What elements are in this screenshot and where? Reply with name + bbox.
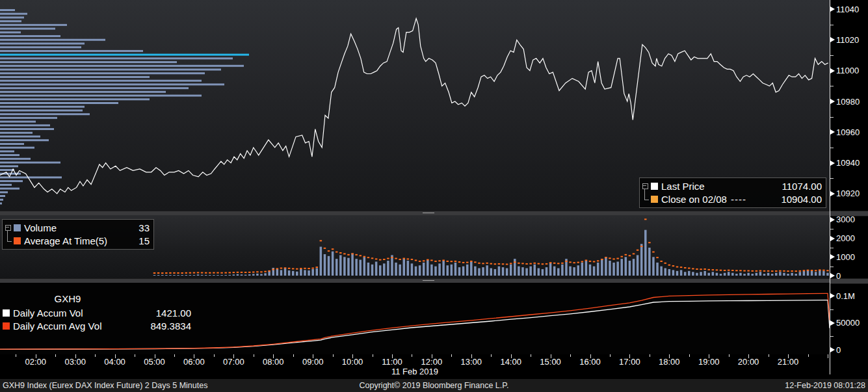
close-dash-sample: ----: [731, 194, 746, 205]
daily-accum-vol-label: Daily Accum Vol: [13, 307, 83, 319]
timestamp: 12-Feb-2019 08:01:28: [785, 381, 865, 390]
x-axis-hour-label: 14:00: [500, 357, 521, 367]
last-price-swatch: [651, 183, 658, 190]
x-axis-tick: [254, 354, 254, 357]
y-axis-minor-tick: [830, 117, 834, 118]
y-axis-tick-label: 2000: [830, 234, 855, 243]
daily-accum-chart-panel[interactable]: GXH9 Daily Accum Vol 1421.00 Daily Accum…: [0, 283, 830, 354]
x-axis-tick: [808, 354, 809, 357]
y-axis-tick-label: 10980: [830, 97, 860, 106]
y-axis-tick-label: 11000: [830, 66, 859, 75]
volume-chart-panel[interactable]: Volume 33 Average At Time(5) 15: [0, 215, 830, 278]
accum-legend[interactable]: GXH9 Daily Accum Vol 1421.00 Daily Accum…: [3, 293, 192, 332]
tick-arrow-icon: [830, 161, 835, 166]
status-bar: GXH9 Index (Eurex DAX Index Future) 2 Da…: [0, 379, 868, 392]
x-axis-tick: [610, 354, 611, 357]
tick-arrow-icon: [830, 68, 835, 73]
x-axis-tick: [531, 354, 531, 357]
bloomberg-chart-window: Last Price 11074.00 Close on 02/08 ---- …: [0, 0, 868, 392]
y-axis-tick-label: 0.1M: [830, 291, 855, 300]
y-axis-tick-label: 10960: [830, 127, 860, 137]
x-axis-hour-label: 12:00: [421, 357, 443, 367]
copyright-text: Copyright© 2019 Bloomberg Finance L.P.: [360, 381, 509, 390]
legend-tree-icon[interactable]: [642, 179, 651, 205]
daily-accum-avg-vol-value: 849.3834: [150, 320, 191, 332]
volume-label: Volume: [24, 222, 57, 233]
tick-arrow-icon: [830, 99, 835, 104]
y-axis-minor-tick: [830, 248, 834, 248]
x-axis-hour-label: 03:00: [64, 357, 86, 367]
x-axis-tick: [373, 354, 373, 357]
y-axis-tick-label: 1000: [830, 252, 855, 261]
y-axis-tick-label: 11020: [830, 35, 859, 44]
y-axis-minor-tick: [830, 336, 834, 337]
tick-arrow-icon: [830, 37, 835, 42]
tick-arrow-icon: [830, 347, 835, 352]
y-axis-minor-tick: [830, 148, 834, 148]
volume-value: 33: [138, 222, 150, 233]
x-axis-tick: [491, 354, 492, 357]
average-at-time-value: 15: [138, 235, 150, 246]
y-axis-minor-tick: [830, 55, 834, 56]
tick-arrow-icon: [830, 254, 835, 259]
tick-arrow-icon: [830, 217, 835, 222]
price-chart-panel[interactable]: Last Price 11074.00 Close on 02/08 ---- …: [0, 0, 830, 211]
chart-description: GXH9 Index (Eurex DAX Index Future) 2 Da…: [3, 381, 207, 390]
volume-legend-box[interactable]: Volume 33 Average At Time(5) 15: [2, 219, 154, 250]
axis-date-label: 11 Feb 2019: [391, 367, 438, 376]
y-axis-minor-tick: [830, 267, 834, 267]
x-axis-tick: [828, 354, 828, 358]
y-axis-tick-label: 0: [830, 271, 841, 280]
y-axis-tick-label: 50000: [830, 319, 860, 328]
x-axis-tick: [412, 354, 412, 357]
x-axis-hour-label: 02:00: [25, 357, 47, 367]
daily-accum-vol-value: 1421.00: [156, 307, 191, 319]
legend-row-daily-accum-avg-vol: Daily Accum Avg Vol 849.3834: [3, 319, 191, 332]
close-swatch: [651, 196, 658, 203]
y-axis-minor-tick: [830, 309, 834, 310]
close-value: 10904.00: [781, 194, 822, 205]
legend-row-last-price: Last Price 11074.00: [651, 179, 822, 192]
x-axis-tick: [293, 354, 294, 357]
y-axis-minor-tick: [830, 86, 834, 86]
y-axis-tick-label: 0: [830, 345, 841, 354]
x-axis-hour-label: 04:00: [104, 357, 125, 367]
x-axis-tick: [135, 354, 135, 357]
tick-arrow-icon: [830, 7, 835, 12]
price-legend-box[interactable]: Last Price 11074.00 Close on 02/08 ---- …: [639, 177, 826, 208]
x-axis-tick: [95, 354, 96, 357]
x-axis-hour-label: 10:00: [342, 357, 363, 367]
legend-row-average-at-time: Average At Time(5) 15: [14, 234, 150, 247]
volume-swatch: [14, 224, 21, 231]
x-axis-tick: [769, 354, 769, 357]
tick-arrow-icon: [830, 293, 835, 298]
x-axis-tick: [451, 354, 452, 357]
tick-arrow-icon: [830, 191, 835, 196]
x-axis-hour-label: 20:00: [738, 357, 759, 367]
x-axis-tick: [16, 354, 16, 357]
x-axis-hour-label: 19:00: [698, 357, 720, 367]
x-axis-hour-label: 08:00: [263, 357, 284, 367]
x-axis-hour-label: 06:00: [183, 357, 205, 367]
y-axis-tick-label: 10920: [830, 189, 860, 198]
x-axis-hour-label: 16:00: [579, 357, 601, 367]
y-axis-tick-label: 3000: [830, 215, 855, 224]
y-axis-tick-label: 11040: [830, 5, 859, 14]
legend-tree-icon[interactable]: [5, 221, 14, 247]
legend-row-daily-accum-vol: Daily Accum Vol 1421.00: [3, 306, 191, 319]
tick-arrow-icon: [830, 129, 835, 135]
daily-accum-vol-swatch: [3, 309, 10, 317]
x-axis-tick: [650, 354, 650, 357]
accum-legend-title: GXH9: [3, 293, 133, 306]
y-axis-minor-tick: [830, 229, 834, 229]
last-price-value: 11074.00: [782, 181, 822, 192]
legend-row-close: Close on 02/08 ---- 10904.00: [651, 192, 822, 205]
x-axis-hour-label: 21:00: [778, 357, 799, 367]
x-axis-hour-label: 18:00: [659, 357, 680, 367]
tick-arrow-icon: [830, 320, 835, 326]
legend-row-volume: Volume 33: [14, 221, 150, 234]
y-axis-minor-tick: [830, 178, 834, 179]
average-at-time-swatch: [14, 237, 21, 244]
x-axis-hour-label: 17:00: [619, 357, 640, 367]
x-axis-tick: [333, 354, 334, 357]
